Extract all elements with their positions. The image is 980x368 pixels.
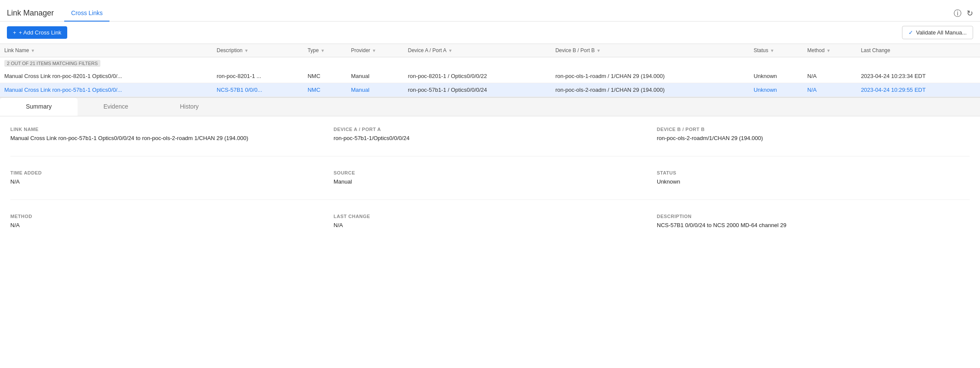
col-status[interactable]: Status ▼	[749, 44, 803, 57]
col-link-name[interactable]: Link Name ▼	[0, 44, 212, 57]
sort-icon: ▼	[321, 48, 325, 53]
sort-icon: ▼	[372, 48, 376, 53]
panel-tabs-row: Summary Evidence History	[0, 98, 980, 116]
help-icon[interactable]: ⓘ	[954, 8, 961, 19]
cell-method: N/A	[803, 69, 856, 83]
cell-device-a: ron-poc-57b1-1 / Optics0/0/0/24	[404, 83, 551, 97]
cell-method: N/A	[803, 83, 856, 97]
col-provider[interactable]: Provider ▼	[346, 44, 403, 57]
toolbar: + + Add Cross Link ✓ Validate All Manua.…	[0, 22, 980, 44]
sort-icon: ▼	[244, 48, 249, 53]
table-header-row: Link Name ▼ Description ▼ Type ▼	[0, 44, 980, 57]
validate-all-button[interactable]: ✓ Validate All Manua...	[902, 26, 973, 39]
sort-icon: ▼	[826, 48, 830, 53]
header-icons: ⓘ ↻	[954, 8, 973, 19]
app-title: Link Manager	[7, 9, 54, 18]
cell-type: NMC	[303, 69, 347, 83]
cell-status: Unknown	[749, 69, 803, 83]
table-row[interactable]: Manual Cross Link ron-poc-8201-1 Optics0…	[0, 69, 980, 83]
plus-icon: +	[13, 29, 16, 36]
col-description[interactable]: Description ▼	[212, 44, 303, 57]
cell-description: ron-poc-8201-1 ...	[212, 69, 303, 83]
cell-device-b: ron-poc-ols-1-roadm / 1/CHAN 29 (194.000…	[551, 69, 749, 83]
bottom-panel: Summary Evidence History LINK NAME Manua…	[0, 97, 980, 240]
tab-evidence[interactable]: Evidence	[78, 98, 154, 116]
col-device-b[interactable]: Device B / Port B ▼	[551, 44, 749, 57]
summary-device-b: DEVICE B / PORT B ron-poc-ols-2-roadm/1/…	[657, 127, 970, 142]
table-row[interactable]: Manual Cross Link ron-poc-57b1-1 Optics0…	[0, 83, 980, 97]
summary-device-a: DEVICE A / PORT A ron-poc-57b1-1/Optics0…	[334, 127, 646, 142]
col-last-change[interactable]: Last Change	[857, 44, 980, 57]
tab-summary[interactable]: Summary	[0, 98, 78, 116]
check-icon: ✓	[908, 29, 913, 36]
summary-time-added: TIME ADDED N/A	[10, 170, 323, 186]
summary-link-name: LINK NAME Manual Cross Link ron-poc-57b1…	[10, 127, 323, 142]
filter-badge: 2 OUT OF 21 ITEMS MATCHING FILTERS	[4, 60, 100, 67]
refresh-icon[interactable]: ↻	[967, 9, 973, 18]
validate-label: Validate All Manua...	[916, 29, 967, 36]
summary-source: SOURCE Manual	[334, 170, 646, 186]
summary-last-change: LAST CHANGE N/A	[334, 214, 646, 229]
cell-link-name: Manual Cross Link ron-poc-57b1-1 Optics0…	[0, 83, 212, 97]
sort-icon: ▼	[596, 48, 601, 53]
sort-icon: ▼	[31, 48, 35, 53]
cell-provider: Manual	[346, 69, 403, 83]
col-device-a[interactable]: Device A / Port A ▼	[404, 44, 551, 57]
cell-provider: Manual	[346, 83, 403, 97]
table-container: Link Name ▼ Description ▼ Type ▼	[0, 44, 980, 97]
header: Link Manager Cross Links ⓘ ↻	[0, 0, 980, 22]
summary-grid: LINK NAME Manual Cross Link ron-poc-57b1…	[10, 127, 970, 230]
cross-links-table: Link Name ▼ Description ▼ Type ▼	[0, 44, 980, 97]
tab-cross-links[interactable]: Cross Links	[64, 5, 109, 22]
col-type[interactable]: Type ▼	[303, 44, 347, 57]
summary-divider-2	[10, 200, 970, 200]
cell-last-change: 2023-04-24 10:23:34 EDT	[857, 69, 980, 83]
cell-link-name: Manual Cross Link ron-poc-8201-1 Optics0…	[0, 69, 212, 83]
tab-history[interactable]: History	[154, 98, 225, 116]
cell-device-a: ron-poc-8201-1 / Optics0/0/0/22	[404, 69, 551, 83]
summary-method: METHOD N/A	[10, 214, 323, 229]
col-method[interactable]: Method ▼	[803, 44, 856, 57]
sort-icon: ▼	[770, 48, 774, 53]
summary-divider	[10, 156, 970, 156]
summary-description: DESCRIPTION NCS-57B1 0/0/0/24 to NCS 200…	[657, 214, 970, 229]
cell-device-b: ron-poc-ols-2-roadm / 1/CHAN 29 (194.000…	[551, 83, 749, 97]
add-cross-link-button[interactable]: + + Add Cross Link	[7, 26, 67, 39]
cell-description: NCS-57B1 0/0/0...	[212, 83, 303, 97]
add-cross-link-label: + Add Cross Link	[19, 29, 62, 36]
summary-status: STATUS Unknown	[657, 170, 970, 186]
cell-status: Unknown	[749, 83, 803, 97]
sort-icon: ▼	[448, 48, 453, 53]
cell-type: NMC	[303, 83, 347, 97]
cell-last-change: 2023-04-24 10:29:55 EDT	[857, 83, 980, 97]
filter-row: 2 OUT OF 21 ITEMS MATCHING FILTERS	[0, 57, 980, 70]
panel-content: LINK NAME Manual Cross Link ron-poc-57b1…	[0, 116, 980, 240]
